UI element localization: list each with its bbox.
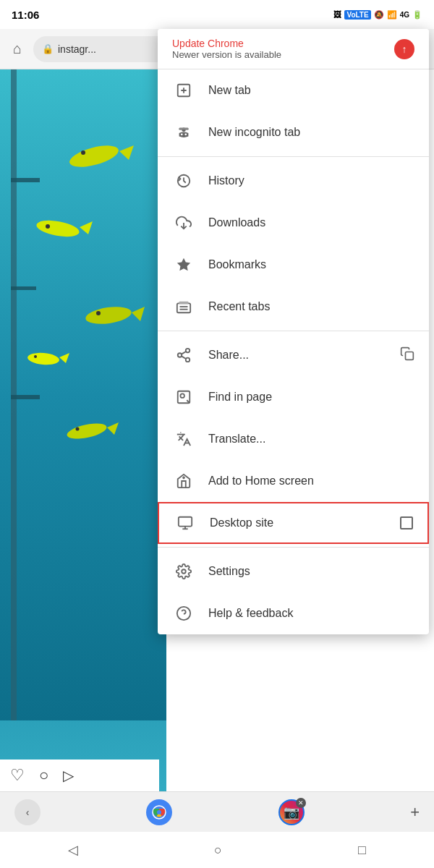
svg-point-45 xyxy=(180,393,184,398)
photo-svg xyxy=(0,69,166,720)
network-badge: 4G xyxy=(400,11,409,19)
svg-rect-19 xyxy=(11,395,40,399)
svg-point-15 xyxy=(76,427,80,431)
svg-rect-43 xyxy=(406,352,414,359)
update-chrome-banner[interactable]: Update Chrome Newer version is available… xyxy=(158,29,429,69)
status-bar: 11:06 🖼 VoLTE 🔕 📶 4G 🔋 xyxy=(0,0,434,29)
update-arrow-icon: ↑ xyxy=(394,39,414,59)
signal-icon: 📶 xyxy=(387,10,397,20)
svg-point-3 xyxy=(81,150,85,155)
svg-point-30 xyxy=(184,133,187,135)
bookmarks-label: Bookmarks xyxy=(208,258,414,271)
lock-icon: 🔒 xyxy=(42,43,54,54)
divider-3 xyxy=(158,547,429,548)
new-tab-icon xyxy=(172,82,195,98)
ig-action-bar: ♡ ○ ▷ xyxy=(0,760,159,791)
android-recents-button[interactable]: □ xyxy=(358,843,366,858)
mute-icon: 🔕 xyxy=(374,10,384,20)
settings-label: Settings xyxy=(208,565,414,578)
like-icon[interactable]: ♡ xyxy=(10,766,25,785)
menu-item-downloads[interactable]: Downloads xyxy=(158,202,429,244)
close-tab-badge[interactable]: ✕ xyxy=(296,798,306,808)
downloads-icon xyxy=(172,215,195,231)
recent-tabs-icon xyxy=(172,299,195,315)
battery-icon: 🔋 xyxy=(412,10,422,20)
svg-point-39 xyxy=(178,353,182,357)
svg-rect-18 xyxy=(11,286,36,290)
instagram-photo xyxy=(0,69,166,868)
menu-item-share[interactable]: Share... xyxy=(158,334,429,376)
find-in-page-label: Find in page xyxy=(208,391,414,404)
copy-icon xyxy=(400,346,414,365)
chrome-tab-icon[interactable] xyxy=(146,799,172,825)
svg-point-52 xyxy=(182,569,186,574)
bottom-tab-bar: ‹ 📷 ✕ + xyxy=(0,791,434,832)
menu-item-recent-tabs[interactable]: Recent tabs xyxy=(158,286,429,328)
history-icon xyxy=(172,173,195,189)
menu-item-history[interactable]: History xyxy=(158,160,429,202)
checkbox-empty-icon xyxy=(400,516,413,529)
translate-label: Translate... xyxy=(208,433,414,446)
menu-item-bookmarks[interactable]: Bookmarks xyxy=(158,244,429,286)
menu-item-desktop-site[interactable]: Desktop site xyxy=(158,502,429,544)
bookmarks-icon xyxy=(172,257,195,273)
new-tab-plus-button[interactable]: + xyxy=(410,803,420,822)
svg-marker-33 xyxy=(177,258,190,271)
desktop-site-icon xyxy=(174,515,197,531)
svg-rect-28 xyxy=(179,128,189,130)
share-icon xyxy=(172,347,195,363)
chrome-logo-svg xyxy=(152,805,166,820)
new-tab-label: New tab xyxy=(208,84,414,97)
menu-item-translate[interactable]: Translate... xyxy=(158,418,429,460)
back-button[interactable]: ‹ xyxy=(14,799,41,825)
android-back-button[interactable]: ◁ xyxy=(68,842,78,858)
translate-icon xyxy=(172,431,195,447)
svg-point-21 xyxy=(157,810,161,814)
share-action-icon[interactable]: ▷ xyxy=(63,767,74,784)
svg-point-29 xyxy=(181,133,183,135)
photo-icon: 🖼 xyxy=(333,10,341,19)
update-title: Update Chrome xyxy=(172,38,281,49)
help-icon xyxy=(172,605,195,621)
volte-badge: VoLTE xyxy=(344,10,370,20)
address-text: instagr... xyxy=(58,43,96,55)
history-label: History xyxy=(208,174,414,187)
comment-icon[interactable]: ○ xyxy=(39,766,48,785)
svg-point-6 xyxy=(46,224,50,229)
add-to-home-label: Add to Home screen xyxy=(208,475,414,488)
svg-rect-49 xyxy=(179,517,192,527)
incognito-icon xyxy=(172,124,195,140)
svg-rect-34 xyxy=(177,303,190,312)
status-icons: 🖼 VoLTE 🔕 📶 4G 🔋 xyxy=(333,10,422,20)
recent-tabs-label: Recent tabs xyxy=(208,300,414,313)
svg-point-9 xyxy=(96,311,101,315)
menu-item-settings[interactable]: Settings xyxy=(158,550,429,592)
svg-point-12 xyxy=(34,355,37,358)
android-nav-bar: ◁ ○ □ xyxy=(0,832,434,868)
android-home-button[interactable]: ○ xyxy=(214,843,222,858)
help-feedback-label: Help & feedback xyxy=(208,607,414,620)
desktop-site-label: Desktop site xyxy=(210,516,400,529)
update-subtitle: Newer version is available xyxy=(172,49,281,60)
divider-1 xyxy=(158,156,429,157)
find-in-page-icon xyxy=(172,389,195,405)
desktop-site-checkbox[interactable] xyxy=(400,516,413,529)
divider-2 xyxy=(158,331,429,331)
menu-item-add-to-home[interactable]: Add to Home screen xyxy=(158,460,429,502)
instagram-tab-icon[interactable]: 📷 ✕ xyxy=(278,799,305,825)
svg-rect-35 xyxy=(179,302,189,305)
svg-point-38 xyxy=(186,349,190,353)
menu-item-new-tab[interactable]: New tab xyxy=(158,69,429,111)
menu-item-help-feedback[interactable]: Help & feedback xyxy=(158,592,429,634)
svg-line-41 xyxy=(182,356,186,359)
status-time: 11:06 xyxy=(12,9,39,21)
share-label: Share... xyxy=(208,349,400,362)
update-text: Update Chrome Newer version is available xyxy=(172,38,281,60)
svg-point-40 xyxy=(186,358,190,362)
back-icon: ‹ xyxy=(26,807,30,818)
home-icon[interactable]: ⌂ xyxy=(7,39,27,59)
menu-item-find-in-page[interactable]: Find in page xyxy=(158,376,429,418)
svg-line-42 xyxy=(182,352,186,354)
chrome-menu-dropdown: Update Chrome Newer version is available… xyxy=(158,29,429,634)
menu-item-incognito[interactable]: New incognito tab xyxy=(158,111,429,153)
